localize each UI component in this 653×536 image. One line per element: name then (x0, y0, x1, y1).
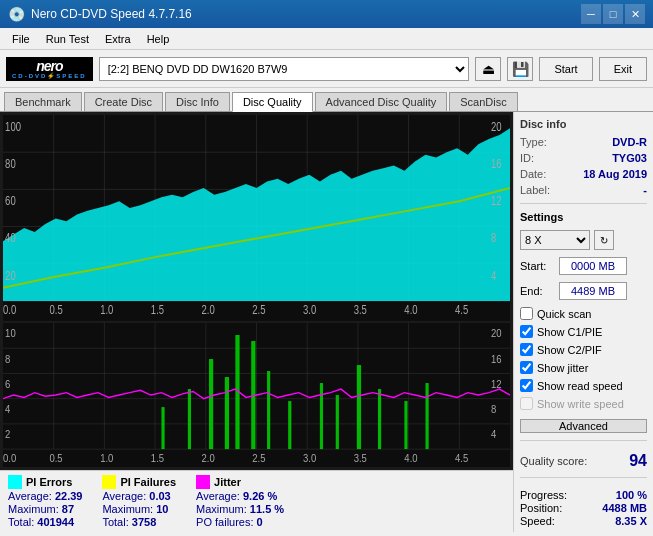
svg-rect-61 (404, 401, 407, 449)
svg-text:2.5: 2.5 (252, 303, 265, 316)
svg-text:2: 2 (5, 429, 11, 441)
quick-scan-row: Quick scan (520, 307, 647, 320)
svg-rect-59 (357, 365, 361, 449)
menu-extra[interactable]: Extra (97, 31, 139, 47)
pi-failures-avg: Average: 0.03 (102, 490, 176, 502)
end-input[interactable] (559, 282, 627, 300)
menu-help[interactable]: Help (139, 31, 178, 47)
svg-text:3.5: 3.5 (354, 453, 368, 465)
show-c2pif-checkbox[interactable] (520, 343, 533, 356)
advanced-button[interactable]: Advanced (520, 419, 647, 433)
svg-text:3.0: 3.0 (303, 453, 317, 465)
disc-date-value: 18 Aug 2019 (583, 168, 647, 180)
show-c2pif-row: Show C2/PIF (520, 343, 647, 356)
jitter-po: PO failures: 0 (196, 516, 284, 528)
disc-type-value: DVD-R (612, 136, 647, 148)
svg-text:12: 12 (491, 378, 502, 390)
device-select[interactable]: [2:2] BENQ DVD DD DW1620 B7W9 (99, 57, 470, 81)
quality-score-row: Quality score: 94 (520, 452, 647, 470)
show-read-speed-row: Show read speed (520, 379, 647, 392)
nero-logo: nero CD-DVD⚡SPEED (6, 57, 93, 81)
start-label: Start: (520, 260, 555, 272)
menu-run-test[interactable]: Run Test (38, 31, 97, 47)
speed-label: Speed: (520, 515, 555, 527)
exit-button[interactable]: Exit (599, 57, 647, 81)
tab-disc-quality[interactable]: Disc Quality (232, 92, 313, 112)
svg-rect-52 (225, 377, 229, 449)
position-row: Position: 4488 MB (520, 502, 647, 514)
speed-select[interactable]: 8 X (520, 230, 590, 250)
quick-scan-checkbox[interactable] (520, 307, 533, 320)
show-c1pie-row: Show C1/PIE (520, 325, 647, 338)
close-button[interactable]: ✕ (625, 4, 645, 24)
disc-date-label: Date: (520, 168, 546, 180)
refresh-button[interactable]: ↻ (594, 230, 614, 250)
end-label: End: (520, 285, 555, 297)
show-jitter-checkbox[interactable] (520, 361, 533, 374)
legend-area: PI Errors Average: 22.39 Maximum: 87 Tot… (0, 470, 513, 532)
svg-text:4: 4 (491, 269, 496, 282)
tab-disc-info[interactable]: Disc Info (165, 92, 230, 111)
tab-create-disc[interactable]: Create Disc (84, 92, 163, 111)
svg-text:6: 6 (5, 378, 11, 390)
disc-eject-button[interactable]: ⏏ (475, 57, 501, 81)
disc-id-label: ID: (520, 152, 534, 164)
menu-bar: File Run Test Extra Help (0, 28, 653, 50)
svg-text:8: 8 (5, 353, 11, 365)
show-write-speed-label: Show write speed (537, 398, 624, 410)
svg-rect-53 (188, 389, 191, 449)
svg-rect-62 (426, 383, 429, 449)
svg-text:1.0: 1.0 (100, 453, 114, 465)
svg-rect-51 (209, 359, 213, 449)
show-c1pie-checkbox[interactable] (520, 325, 533, 338)
show-c2pif-label: Show C2/PIF (537, 344, 602, 356)
pi-errors-max: Maximum: 87 (8, 503, 82, 515)
progress-row: Progress: 100 % (520, 489, 647, 501)
divider-2 (520, 440, 647, 441)
disc-id-value: TYG03 (612, 152, 647, 164)
svg-text:2.5: 2.5 (252, 453, 266, 465)
svg-text:0.5: 0.5 (49, 453, 63, 465)
svg-text:10: 10 (5, 328, 16, 340)
svg-text:2.0: 2.0 (202, 453, 216, 465)
divider-3 (520, 477, 647, 478)
jitter-color (196, 475, 210, 489)
tab-advanced-disc-quality[interactable]: Advanced Disc Quality (315, 92, 448, 111)
title-bar-controls: ─ □ ✕ (581, 4, 645, 24)
start-button[interactable]: Start (539, 57, 592, 81)
save-button[interactable]: 💾 (507, 57, 533, 81)
show-c1pie-label: Show C1/PIE (537, 326, 602, 338)
svg-text:3.5: 3.5 (354, 303, 367, 316)
tab-scandisc[interactable]: ScanDisc (449, 92, 517, 111)
pi-failures-title: PI Failures (120, 476, 176, 488)
pi-failures-max: Maximum: 10 (102, 503, 176, 515)
pi-errors-color (8, 475, 22, 489)
tab-benchmark[interactable]: Benchmark (4, 92, 82, 111)
svg-text:20: 20 (491, 328, 502, 340)
start-input[interactable] (559, 257, 627, 275)
menu-file[interactable]: File (4, 31, 38, 47)
svg-text:40: 40 (5, 231, 16, 244)
svg-text:100: 100 (5, 120, 21, 133)
svg-text:4.0: 4.0 (404, 453, 418, 465)
svg-text:1.5: 1.5 (151, 453, 165, 465)
progress-value: 100 % (616, 489, 647, 501)
svg-text:4: 4 (491, 429, 497, 441)
disc-type-row: Type: DVD-R (520, 136, 647, 148)
start-mb-row: Start: (520, 257, 647, 275)
disc-label-value: - (643, 184, 647, 196)
maximize-button[interactable]: □ (603, 4, 623, 24)
show-read-speed-checkbox[interactable] (520, 379, 533, 392)
svg-rect-58 (336, 395, 339, 449)
svg-text:4: 4 (5, 403, 11, 415)
svg-text:8: 8 (491, 403, 497, 415)
speed-value: 8.35 X (615, 515, 647, 527)
minimize-button[interactable]: ─ (581, 4, 601, 24)
progress-label: Progress: (520, 489, 567, 501)
show-write-speed-row: Show write speed (520, 397, 647, 410)
position-label: Position: (520, 502, 562, 514)
jitter-max: Maximum: 11.5 % (196, 503, 284, 515)
speed-row: 8 X ↻ (520, 230, 647, 250)
svg-text:4.5: 4.5 (455, 303, 468, 316)
position-value: 4488 MB (602, 502, 647, 514)
